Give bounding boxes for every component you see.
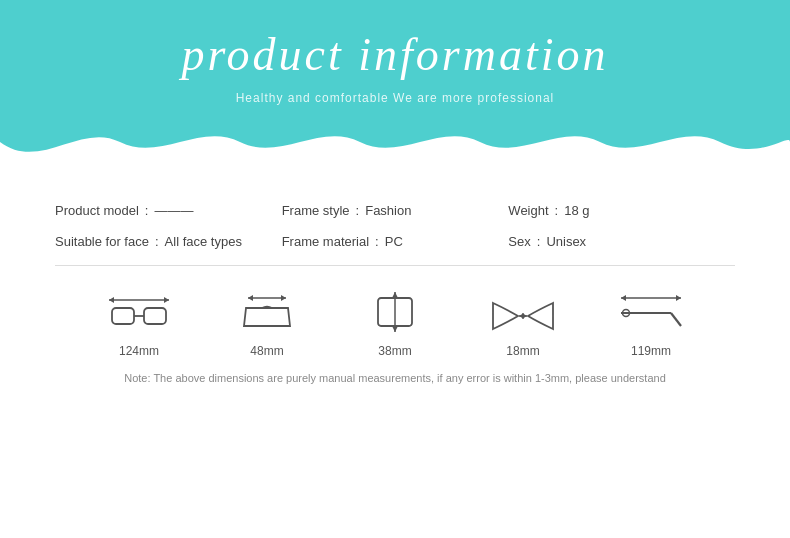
dimension-value-lens-height: 38mm (378, 344, 411, 358)
dimension-value-total-width: 124mm (119, 344, 159, 358)
info-cell-frame-style: Frame style : Fashion (282, 203, 509, 218)
dimensions-note: Note: The above dimensions are purely ma… (55, 372, 735, 384)
svg-marker-18 (676, 295, 681, 301)
wave-decoration (0, 122, 790, 175)
dimension-item-total-width: 124mm (104, 288, 174, 358)
info-cell-material: Frame material : PC (282, 234, 509, 249)
svg-rect-3 (112, 308, 134, 324)
info-row-1: Product model : ——— Frame style : Fashio… (55, 203, 735, 218)
lens-width-icon (232, 288, 302, 336)
value-face: All face types (165, 234, 242, 249)
sep-model: : (145, 203, 149, 218)
page-subtitle: Healthy and comfortable We are more prof… (0, 91, 790, 105)
info-row-2: Suitable for face : All face types Frame… (55, 234, 735, 249)
dimension-item-bridge-width: 18mm (488, 288, 558, 358)
sep-material: : (375, 234, 379, 249)
info-cell-model: Product model : ——— (55, 203, 282, 218)
label-frame-style: Frame style (282, 203, 350, 218)
content-area: Product model : ——— Frame style : Fashio… (0, 175, 790, 384)
sep-sex: : (537, 234, 541, 249)
value-product-model: ——— (154, 203, 193, 218)
dimension-item-lens-height: 38mm (360, 288, 430, 358)
sep-frame-style: : (356, 203, 360, 218)
value-sex: Unisex (546, 234, 586, 249)
page-title: product information (0, 0, 790, 81)
svg-marker-8 (281, 295, 286, 301)
info-cell-face: Suitable for face : All face types (55, 234, 282, 249)
glasses-width-icon (104, 288, 174, 336)
svg-line-20 (671, 313, 681, 326)
value-frame-style: Fashion (365, 203, 411, 218)
info-cell-sex: Sex : Unisex (508, 234, 735, 249)
label-sex: Sex (508, 234, 530, 249)
lens-height-icon (360, 288, 430, 336)
svg-rect-4 (144, 308, 166, 324)
sep-face: : (155, 234, 159, 249)
sep-weight: : (555, 203, 559, 218)
svg-marker-1 (109, 297, 114, 303)
label-product-model: Product model (55, 203, 139, 218)
bridge-width-icon (488, 288, 558, 336)
info-cell-weight: Weight : 18 g (508, 203, 735, 218)
svg-marker-7 (248, 295, 253, 301)
dimension-value-lens-width: 48mm (250, 344, 283, 358)
label-face: Suitable for face (55, 234, 149, 249)
svg-marker-17 (621, 295, 626, 301)
dimensions-section: 124mm 48mm (55, 288, 735, 358)
temple-length-icon (616, 288, 686, 336)
dimension-item-temple-length: 119mm (616, 288, 686, 358)
dimension-value-temple-length: 119mm (631, 344, 671, 358)
dimension-value-bridge-width: 18mm (506, 344, 539, 358)
dimension-item-lens-width: 48mm (232, 288, 302, 358)
svg-marker-15 (522, 313, 527, 319)
header-section: product information Healthy and comforta… (0, 0, 790, 175)
label-weight: Weight (508, 203, 548, 218)
value-weight: 18 g (564, 203, 589, 218)
svg-marker-2 (164, 297, 169, 303)
label-material: Frame material (282, 234, 369, 249)
value-material: PC (385, 234, 403, 249)
page-container: product information Healthy and comforta… (0, 0, 790, 538)
info-section: Product model : ——— Frame style : Fashio… (55, 203, 735, 249)
section-divider (55, 265, 735, 266)
